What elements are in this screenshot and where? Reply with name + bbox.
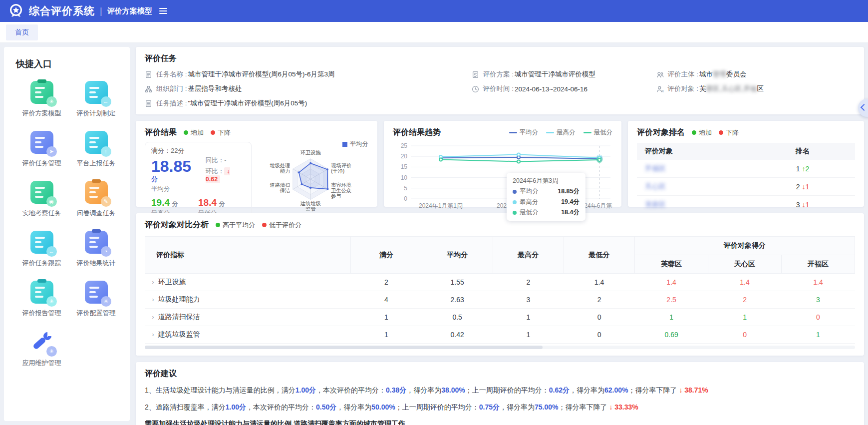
sidebar-item-2[interactable]: ➤评价任务管理 — [16, 131, 67, 168]
col-max: 最高分 — [493, 237, 564, 274]
task-field-label: 评价时间 : — [483, 84, 514, 93]
task-field-value: 城市管理干净城市评价模型(周6月05号)-6月第3周 — [188, 70, 335, 79]
red-dot-icon — [262, 223, 267, 227]
suggestion-segment: ↓ 38.71% — [679, 386, 708, 394]
trend-legend-item-1[interactable]: 最高分 — [546, 128, 576, 137]
region-score-cell: 2 — [708, 291, 782, 309]
clipboard-tab — [37, 279, 46, 283]
sidebar-item-4[interactable]: ◉实地考察任务 — [16, 181, 67, 218]
suggestion-segment: ，得分率为 — [500, 403, 535, 411]
sidebar-item-label: 评价报告管理 — [22, 309, 61, 318]
region-score-cell: 1.4 — [782, 274, 855, 291]
app-subtitle: 评价方案模型 — [107, 6, 152, 16]
task-field-value: 城市管理干净城市评价模型 — [515, 70, 595, 79]
suggestion-segment: 75.00% — [535, 403, 558, 411]
icon-badge: ↑ — [101, 146, 111, 157]
suggestion-segment: ；得分率下降了 — [628, 386, 679, 394]
tooltip-series-value: 19.4分 — [561, 198, 579, 206]
sidebar-item-1[interactable]: ←评价计划制定 — [70, 81, 122, 118]
tooltip-dot-icon — [513, 190, 517, 194]
quick-entry-title: 快捷入口 — [16, 58, 122, 70]
sidebar-item-9[interactable]: ✳评价配置管理 — [70, 281, 122, 318]
sidebar-item-label: 评价任务管理 — [22, 159, 61, 168]
tooltip-series-value: 18.85分 — [558, 187, 579, 196]
tooltip-dot-icon — [513, 200, 517, 204]
rank-number: 2 — [796, 183, 800, 191]
red-dot-icon — [211, 130, 215, 135]
suggestion-title: 评价建议 — [145, 369, 855, 379]
cell-full: 1 — [351, 326, 422, 344]
expand-chevron-icon[interactable]: › — [152, 331, 154, 338]
task-field-label: 任务名称 : — [156, 70, 187, 79]
expand-chevron-icon[interactable]: › — [152, 314, 154, 321]
suggestion-segment: ；上一周期评价的平均分： — [395, 403, 479, 411]
full-score: 满分：22分 — [151, 146, 245, 155]
col-avg: 平均分 — [422, 237, 493, 274]
suggestion-line-0: 1、生活垃圾处理设计能力与清运量的比例，满分1.00分，本次评价的平均分：0.3… — [145, 385, 855, 396]
region-score-cell: 2.5 — [635, 291, 708, 309]
ranking-object-name[interactable]: 芙蓉区 — [637, 200, 750, 209]
clock-icon — [472, 85, 479, 93]
icon-badge: ✳ — [46, 296, 57, 307]
task-field-value: 基层指导和考核处 — [188, 84, 242, 93]
radar-chart: 平均分 环卫设施现场评价(干净)市容环境卫生公众参与建筑垃圾监管道路清扫保洁垃圾… — [254, 139, 368, 221]
trend-legend-label: 最低分 — [594, 128, 613, 137]
cell-max: 1 — [493, 309, 564, 326]
suggestion-segment: 0.75分 — [479, 403, 500, 411]
avg-label: 平均分 — [151, 185, 245, 193]
horizontal-scrollbar[interactable] — [145, 346, 855, 349]
suggestion-segment: 1.00分 — [295, 386, 316, 394]
col-min: 最低分 — [564, 237, 634, 274]
tab-home[interactable]: 首页 — [6, 24, 38, 40]
task-fields: 任务名称 :城市管理干净城市评价模型(周6月05号)-6月第3周组织部门 :基层… — [145, 70, 855, 108]
main-area: 评价任务 任务名称 :城市管理干净城市评价模型(周6月05号)-6月第3周组织部… — [136, 47, 864, 421]
sidebar-item-5[interactable]: ✎问卷调查任务 — [70, 181, 122, 218]
rank-number: 3 — [796, 201, 800, 209]
sidebar-item-0[interactable]: ✳评价方案模型 — [16, 81, 67, 118]
suggestion-segment: ，本次评价的平均分： — [316, 386, 386, 394]
suggestion-line-1: 2、道路清扫覆盖率，满分1.00分，本次评价的平均分：0.50分，得分率为50.… — [145, 402, 855, 413]
task-field-value: 城市 — [699, 70, 713, 79]
suggestion-segment: ，本次评价的平均分： — [246, 403, 316, 411]
ranking-object-name[interactable]: 开福区 — [637, 164, 750, 173]
cell-min: 2 — [564, 291, 634, 309]
suggestion-segment: 1、生活垃圾处理设计能力与清运量的比例，满分 — [145, 386, 295, 394]
sidebar-item-6[interactable]: ←评价任务跟踪 — [16, 231, 67, 268]
tooltip-title: 2024年6月第3周 — [513, 177, 579, 185]
sidebar-item-label: 评价配置管理 — [77, 309, 116, 318]
expand-chevron-icon[interactable]: › — [152, 296, 154, 303]
expand-chevron-icon[interactable]: › — [152, 279, 154, 286]
mom-row: 环比：↓ 0.62 — [206, 167, 245, 183]
comparison-table: 评价指标 满分 平均分 最高分 最低分 评价对象得分 芙蓉区 天心区 开福区 ›… — [145, 236, 855, 344]
suggestion-segment: 需要加强生活垃圾处理设计能力与清运量的比例,道路清扫覆盖率方面的城市管理工作。 — [145, 420, 412, 425]
sidebar-item-10[interactable]: ✳应用维护管理 — [16, 331, 67, 368]
svg-text:10: 10 — [401, 174, 408, 181]
arrow-up-icon: ↑ — [800, 165, 806, 173]
people-icon — [656, 71, 664, 78]
cell-avg: 2.63 — [422, 291, 493, 309]
doc-check-back-icon: ← — [85, 81, 108, 104]
trend-legend-item-2[interactable]: 最低分 — [583, 128, 613, 137]
ranking-object-name[interactable]: 天心区 — [637, 182, 750, 191]
clipboard-chart-gear-icon: ✳ — [30, 281, 53, 304]
comparison-title: 评价对象对比分析 — [145, 220, 209, 230]
task-field-label: 评价对象 : — [668, 84, 699, 93]
icon-badge: ➤ — [46, 146, 57, 157]
card-gear-icon: ✳ — [85, 281, 108, 304]
sidebar-item-7[interactable]: ◔评价结果统计 — [70, 231, 122, 268]
tooltip-series-value: 18.4分 — [561, 208, 579, 217]
sidebar-item-8[interactable]: ✳评价报告管理 — [16, 281, 67, 318]
region-score-cell: 1.4 — [635, 274, 708, 291]
quick-entry-grid: ✳评价方案模型←评价计划制定➤评价任务管理↑平台上报任务◉实地考察任务✎问卷调查… — [16, 81, 122, 368]
task-card: 评价任务 任务名称 :城市管理干净城市评价模型(周6月05号)-6月第3周组织部… — [136, 47, 864, 114]
menu-toggle-icon[interactable] — [159, 8, 167, 14]
legend-above-avg: 高于平均分 — [216, 221, 255, 230]
radar-legend: 平均分 — [342, 140, 369, 148]
quick-entry-panel: 快捷入口 ✳评价方案模型←评价计划制定➤评价任务管理↑平台上报任务◉实地考察任务… — [4, 47, 130, 421]
trend-legend-item-0[interactable]: 平均分 — [509, 128, 539, 137]
sidebar-item-label: 评价方案模型 — [22, 109, 61, 118]
sidebar-item-3[interactable]: ↑平台上报任务 — [70, 131, 122, 168]
col-full: 满分 — [351, 237, 422, 274]
region-score-cell: 3 — [782, 291, 855, 309]
cell-full: 1 — [351, 309, 422, 326]
